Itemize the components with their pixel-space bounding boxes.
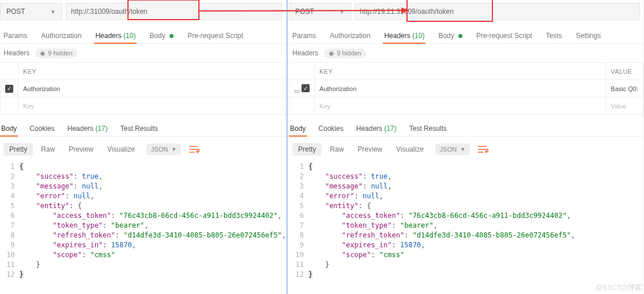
headers-table: KEY ✓ Authorization Key xyxy=(0,62,286,115)
resp-tab-headers-label: Headers xyxy=(67,125,93,133)
chevron-down-icon: ▼ xyxy=(460,146,465,152)
response-json[interactable]: 123456789101112 { "success": true, "mess… xyxy=(0,160,286,280)
tab-authorization[interactable]: Authorization xyxy=(40,28,82,43)
svg-line-0 xyxy=(199,10,401,11)
resp-tab-headers[interactable]: Headers (17) xyxy=(355,121,398,136)
eye-icon: ◉ xyxy=(329,50,334,57)
view-raw[interactable]: Raw xyxy=(35,143,61,156)
view-raw[interactable]: Raw xyxy=(324,143,349,156)
request-tabs: Params Authorization Headers (10) Body P… xyxy=(0,27,286,44)
request-tabs: Params Authorization Headers (10) Body P… xyxy=(289,27,643,44)
check-icon[interactable]: ✓ xyxy=(302,84,310,92)
resp-tab-cookies[interactable]: Cookies xyxy=(317,121,344,136)
tab-params[interactable]: Params xyxy=(2,28,28,43)
view-pretty[interactable]: Pretty xyxy=(3,143,33,156)
format-label: JSON xyxy=(151,146,168,153)
watermark: @51CTO博客 xyxy=(595,282,642,293)
viewer-bar: Pretty Raw Preview Visualize JSON ▼ xyxy=(289,139,643,160)
header-value-placeholder: Value xyxy=(611,103,626,110)
header-key-cell[interactable]: Authorization xyxy=(18,80,286,97)
format-label: JSON xyxy=(440,146,457,153)
table-row-new[interactable]: Key xyxy=(1,97,286,115)
view-visualize[interactable]: Visualize xyxy=(390,143,430,156)
tab-headers-label: Headers xyxy=(95,32,121,40)
resp-tab-headers-label: Headers xyxy=(356,125,382,133)
tab-headers-count: (10) xyxy=(412,32,424,40)
resp-tab-headers-count: (17) xyxy=(384,125,396,133)
headers-label: Headers xyxy=(292,49,318,57)
hidden-count: 9 hidden xyxy=(48,50,72,56)
tab-body[interactable]: Body xyxy=(148,28,175,43)
table-row-new[interactable]: Key Value xyxy=(289,97,643,115)
header-value-cell[interactable]: Basic Q0: xyxy=(606,80,643,97)
tab-headers-count: (10) xyxy=(123,32,135,40)
tab-headers[interactable]: Headers (10) xyxy=(383,28,425,43)
resp-tab-cookies[interactable]: Cookies xyxy=(28,121,55,136)
header-key-placeholder: Key xyxy=(319,103,330,110)
response-tabs: Body Cookies Headers (17) Test Results xyxy=(289,118,643,137)
resp-tab-tests[interactable]: Test Results xyxy=(119,121,159,136)
check-icon[interactable]: ✓ xyxy=(5,85,13,93)
chevron-down-icon: ▼ xyxy=(171,146,176,152)
svg-marker-1 xyxy=(401,7,410,13)
eye-icon: ◉ xyxy=(40,50,46,57)
resp-tab-tests[interactable]: Test Results xyxy=(408,121,448,136)
format-select[interactable]: JSON ▼ xyxy=(146,144,181,155)
method-label: POST xyxy=(6,7,25,16)
format-select[interactable]: JSON ▼ xyxy=(435,144,470,155)
tab-body[interactable]: Body xyxy=(437,28,464,43)
tab-body-label: Body xyxy=(438,32,454,40)
column-value: VALUE xyxy=(606,63,643,80)
toggle-hidden-headers[interactable]: ◉ 9 hidden xyxy=(324,48,366,58)
chevron-down-icon: ▼ xyxy=(50,9,56,15)
view-pretty[interactable]: Pretty xyxy=(292,143,322,156)
table-row[interactable]: ✓ Authorization xyxy=(1,80,286,97)
view-visualize[interactable]: Visualize xyxy=(101,143,141,156)
wrap-lines-icon[interactable] xyxy=(187,143,202,156)
tab-headers[interactable]: Headers (10) xyxy=(94,28,137,43)
resp-tab-body[interactable]: Body xyxy=(289,121,307,136)
tab-params[interactable]: Params xyxy=(291,28,317,43)
url-prefix: http:// xyxy=(71,7,88,16)
tab-headers-label: Headers xyxy=(384,32,410,40)
body-has-data-icon xyxy=(170,34,174,38)
tab-body-label: Body xyxy=(149,32,165,40)
column-key: KEY xyxy=(315,63,606,80)
tab-tests[interactable]: Tests xyxy=(545,28,563,43)
request-pane-left: POST ▼ http:// :31009/oauth/token Params… xyxy=(0,0,287,294)
response-tabs: Body Cookies Headers (17) Test Results xyxy=(0,118,286,137)
method-select[interactable]: POST ▼ xyxy=(0,3,62,20)
url-suffix: :31009/oauth/token xyxy=(88,7,148,16)
wrap-lines-icon[interactable] xyxy=(476,143,491,156)
resp-tab-headers-count: (17) xyxy=(95,125,107,133)
toggle-hidden-headers[interactable]: ◉ 9 hidden xyxy=(35,48,77,58)
response-json[interactable]: 123456789101112 { "success": true, "mess… xyxy=(289,160,643,280)
request-pane-right: POST ▼ http://19.2 1:31009/oauth/token P… xyxy=(287,0,644,294)
column-key: KEY xyxy=(18,63,286,80)
headers-label: Headers xyxy=(3,49,29,57)
hidden-count: 9 hidden xyxy=(337,50,361,56)
tab-prerequest[interactable]: Pre-request Script xyxy=(475,28,533,43)
body-has-data-icon xyxy=(458,34,462,38)
resp-tab-body[interactable]: Body xyxy=(0,121,18,136)
headers-table: KEY VALUE ✓ Authorization Basic Q0: Key … xyxy=(289,62,643,115)
tab-authorization[interactable]: Authorization xyxy=(329,28,371,43)
view-preview[interactable]: Preview xyxy=(352,143,388,156)
resp-tab-headers[interactable]: Headers (17) xyxy=(66,121,109,136)
header-key-cell[interactable]: Authorization xyxy=(315,80,606,97)
tab-prerequest[interactable]: Pre-request Script xyxy=(186,28,244,43)
header-key-placeholder: Key xyxy=(23,103,34,110)
view-preview[interactable]: Preview xyxy=(63,143,99,156)
tab-settings[interactable]: Settings xyxy=(575,28,602,43)
grip-icon[interactable] xyxy=(294,90,300,93)
table-row[interactable]: ✓ Authorization Basic Q0: xyxy=(289,80,643,97)
viewer-bar: Pretty Raw Preview Visualize JSON ▼ xyxy=(0,139,286,160)
